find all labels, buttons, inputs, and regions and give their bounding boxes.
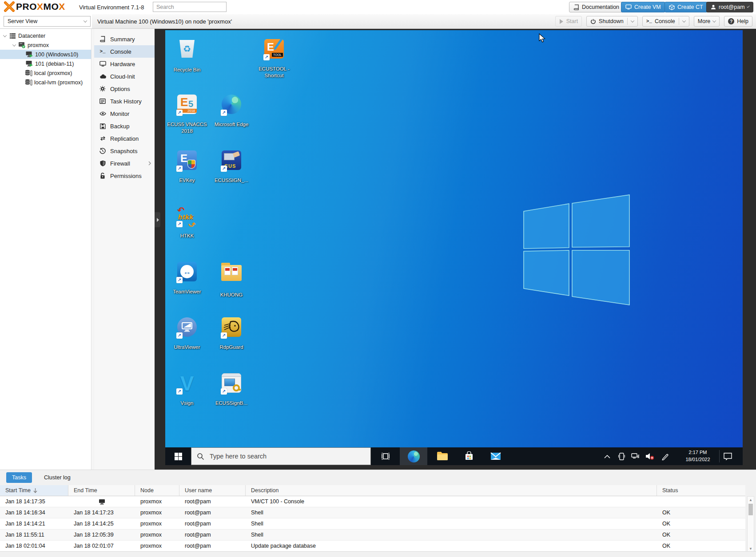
datacenter-icon [8,33,17,39]
brand-text: PROXMOX [16,1,65,12]
documentation-button[interactable]: Documentation [569,2,624,12]
desktop-icon-ecus5[interactable]: E52018↗ ECUS5 VNACCS 2018 [166,95,208,134]
table-scrollbar[interactable]: ▲ ▼ [747,496,754,552]
taskbar-mail-button[interactable] [483,447,508,465]
proxmox-app: PROXMOX Virtual Environment 7.1-8 Docume… [0,0,756,557]
user-menu-button[interactable]: root@pam [706,2,753,12]
power-icon [590,19,596,24]
console-sidebar-handle[interactable] [155,212,160,227]
shutdown-button[interactable]: Shutdown [586,16,638,27]
vm-menu-item-hardware[interactable]: Hardware [94,58,155,70]
taskbar-file-explorer-button[interactable] [430,447,455,465]
vm-menu-item-options[interactable]: Options [94,83,155,95]
column-header-end-time[interactable]: End Time [68,485,135,496]
windows-search-box[interactable]: Type here to search [191,447,371,465]
column-header-user-name[interactable]: User name [179,485,246,496]
network-icon [631,453,639,460]
speaker-muted-icon [645,452,654,460]
task-row[interactable]: Jan 18 14:17:35 proxmox root@pam VM/CT 1… [0,496,745,507]
vm-screen[interactable]: ♻ Recycle Bin ETOOL↗ ECUSTOOL - Shortcut… [165,30,743,465]
desktop-icon-ecussign[interactable]: CUS↗ ECUSSIGN_... [210,150,253,184]
taskbar-edge-button[interactable] [400,447,427,465]
tray-network-icon[interactable] [628,447,642,465]
vm-menu-item-console[interactable]: >_ Console [94,45,155,58]
scrollbar-thumb[interactable] [748,504,753,515]
search-icon [197,453,204,460]
help-button[interactable]: ? Help [724,16,752,27]
desktop-icon-evkey[interactable]: E↗ EVKey [166,150,208,184]
desktop-icon-ecustool[interactable]: ETOOL↗ ECUSTOOL - Shortcut [253,39,295,79]
action-center-icon [724,453,732,460]
taskbar-clock[interactable]: 2:17 PM 18/01/2022 [680,449,715,463]
vm-menu-item-snapshots[interactable]: Snapshots [94,145,155,157]
task-row[interactable]: Jan 18 14:16:34 Jan 18 14:17:23 proxmox … [0,507,745,518]
vm-menu-item-replication[interactable]: Replication [94,132,155,145]
scroll-down-arrow[interactable]: ▼ [748,545,754,552]
vm-menu-item-cloud-init[interactable]: Cloud-Init [94,70,155,83]
shortcut-arrow-icon: ↗ [221,110,227,116]
vm-menu-item-firewall[interactable]: Firewall [94,157,155,170]
action-center-button[interactable] [719,447,736,465]
mail-icon [490,452,501,461]
desktop-icon-teamviewer[interactable]: ↔↗ TeamViewer [166,262,208,295]
desktop-icon-vsign[interactable]: V↗ Vsign [166,373,208,407]
desktop-icon-microsoft-edge[interactable]: ↗ Microsoft Edge [210,95,253,128]
vm-menu-item-backup[interactable]: Backup [94,120,155,132]
tab-cluster-log[interactable]: Cluster log [38,472,76,483]
shortcut-arrow-icon: ↗ [221,388,227,395]
tray-tablet-icon[interactable] [615,447,628,465]
tree-item-storage-local-lvm[interactable]: local-lvm (proxmox) [0,78,91,87]
list-icon [99,99,106,104]
taskbar-store-button[interactable] [457,447,481,465]
create-ct-button[interactable]: Create CT [664,2,708,12]
tree-item-datacenter[interactable]: Datacenter [0,31,91,40]
tray-pen-icon[interactable] [657,447,672,465]
eye-icon [99,111,106,116]
more-button[interactable]: More [694,16,720,27]
desktop-icon-ecussignb[interactable]: ↗ ECUSSignB... [210,373,253,407]
play-icon [559,19,564,24]
windows-wallpaper-logo [523,194,630,305]
column-header-node[interactable]: Node [135,485,179,496]
vm-menu-item-monitor[interactable]: Monitor [94,107,155,120]
tab-tasks[interactable]: Tasks [6,472,32,483]
column-header-status[interactable]: Status [657,485,745,496]
tasks-table-header: Start Time End Time Node User name Descr… [0,485,745,496]
desktop-icon-htkk[interactable]: ↶htkk↶↗ HTKK [166,206,208,239]
tree-item-vm-100[interactable]: 100 (Windows10) [0,50,91,59]
task-row[interactable]: Jan 18 11:55:11 Jan 18 12:05:39 proxmox … [0,529,745,541]
task-row[interactable]: Jan 18 14:14:21 Jan 18 14:14:25 proxmox … [0,518,745,529]
tray-expand-button[interactable] [600,447,615,465]
desktop-icon-ultraviewer[interactable]: ↗ UltraViewer [166,317,208,351]
chevron-down-icon [682,19,686,22]
content-header: Virtual Machine 100 (Windows10) on node … [92,14,756,28]
create-vm-button[interactable]: Create VM [621,2,665,12]
chevron-down-icon [747,5,750,8]
desktop-icon-khuong-folder[interactable]: KHUONG [210,262,253,298]
collapse-caret-icon[interactable] [11,44,17,47]
console-button[interactable]: >_ Console [642,16,689,27]
start-button[interactable]: Start [555,16,582,27]
start-button[interactable] [165,447,191,465]
tree-item-proxmox[interactable]: proxmox [0,40,91,50]
column-header-start-time[interactable]: Start Time [0,485,68,496]
desktop-icon-rdpguard[interactable]: ↗ RdpGuard [210,317,253,351]
desktop-icon-recycle-bin[interactable]: ♻ Recycle Bin [166,39,208,73]
vm-menu-item-summary[interactable]: Summary [94,33,155,45]
view-selector[interactable]: Server View [4,16,91,27]
task-row[interactable]: Jan 18 02:01:04 Jan 18 02:01:07 proxmox … [0,541,745,552]
tree-item-storage-local[interactable]: local (proxmox) [0,68,91,78]
tray-volume-muted-icon[interactable] [642,447,657,465]
collapse-caret-icon[interactable] [2,35,8,37]
global-search-input[interactable] [153,2,227,12]
monitor-icon [99,61,106,67]
column-header-description[interactable]: Description [246,485,657,496]
vm-menu-item-task-history[interactable]: Task History [94,95,155,107]
task-view-button[interactable] [374,447,397,465]
pen-icon [661,453,669,460]
tree-item-vm-101[interactable]: 101 (debian-11) [0,59,91,68]
task-view-icon [381,452,390,460]
scroll-up-arrow[interactable]: ▲ [748,497,754,503]
node-icon [17,42,26,48]
vm-menu-item-permissions[interactable]: Permissions [94,170,155,182]
